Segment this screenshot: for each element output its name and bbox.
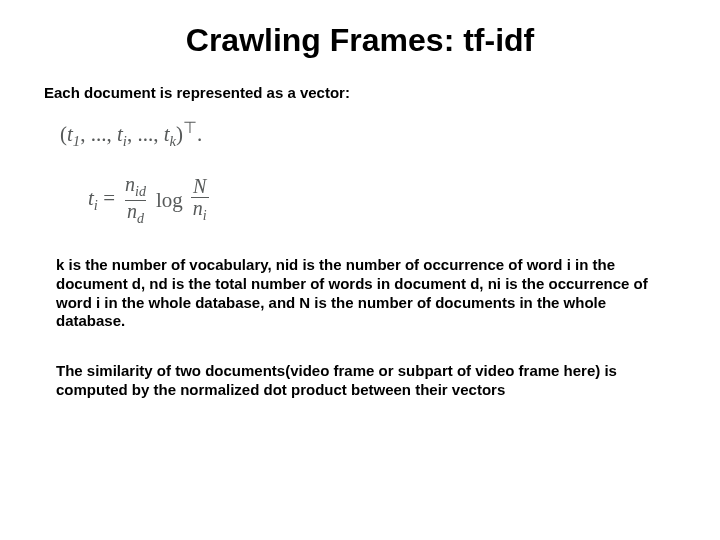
den2-sub: i — [203, 208, 207, 223]
paren-left: ( — [60, 122, 67, 146]
eq-sign: = — [98, 186, 115, 210]
num2-N: N — [193, 175, 206, 197]
formula-tail: . — [197, 122, 202, 146]
similarity-paragraph: The similarity of two documents(video fr… — [56, 362, 656, 400]
fraction-1: nid nd — [123, 174, 148, 226]
intro-text: Each document is represented as a vector… — [44, 84, 350, 101]
num1-n: n — [125, 173, 135, 195]
vector-formula: (t1, ..., ti, ..., tk)⊤. — [60, 118, 202, 150]
den1-sub: d — [137, 211, 144, 226]
sep1: , ..., — [80, 122, 117, 146]
log-text: log — [156, 188, 183, 213]
num1-sub: id — [135, 184, 146, 199]
slide: Crawling Frames: tf-idf Each document is… — [0, 0, 720, 540]
fraction-2: N ni — [191, 176, 209, 224]
ti-formula: ti = nid nd log N ni — [88, 174, 209, 226]
transpose-sup: ⊤ — [183, 119, 197, 136]
page-title: Crawling Frames: tf-idf — [0, 22, 720, 59]
sep2: , ..., — [127, 122, 164, 146]
definitions-paragraph: k is the number of vocabulary, nid is th… — [56, 256, 656, 331]
den2-n: n — [193, 197, 203, 219]
den1-n: n — [127, 200, 137, 222]
paren-right: ) — [176, 122, 183, 146]
